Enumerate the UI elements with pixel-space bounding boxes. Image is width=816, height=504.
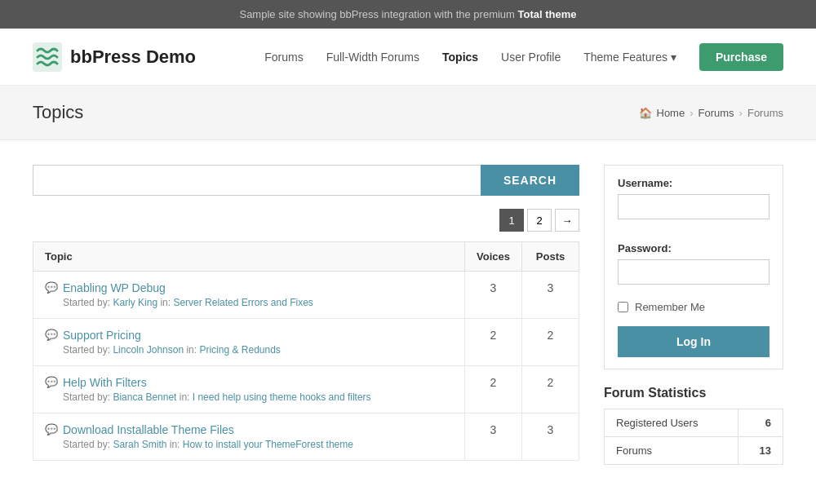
breadcrumb-current: Forums xyxy=(747,107,783,119)
topic-voices: 2 xyxy=(465,319,522,366)
col-topic: Topic xyxy=(33,242,465,272)
topic-title-link[interactable]: Help With Filters xyxy=(63,376,147,389)
site-logo[interactable]: bbPress Demo xyxy=(33,42,196,72)
topic-icon: 💬 xyxy=(45,329,58,341)
password-label: Password: xyxy=(618,242,769,254)
banner-text: Sample site showing bbPress integration … xyxy=(239,8,517,20)
nav-topics[interactable]: Topics xyxy=(442,51,478,64)
login-box: Username: Password: Remember Me Log In xyxy=(604,165,783,369)
breadcrumb: 🏠 Home › Forums › Forums xyxy=(639,107,784,119)
stats-value: 6 xyxy=(738,409,783,437)
page-title-bar: Topics 🏠 Home › Forums › Forums xyxy=(0,86,816,140)
topic-posts: 3 xyxy=(522,272,579,319)
topic-posts: 2 xyxy=(522,366,579,413)
topic-posts: 3 xyxy=(522,413,579,461)
search-input[interactable] xyxy=(33,165,481,196)
logo-text: bbPress Demo xyxy=(70,46,196,68)
topic-cell: 💬 Download Installable Theme Files Start… xyxy=(33,413,465,461)
sidebar: Username: Password: Remember Me Log In F… xyxy=(604,165,783,465)
topic-meta: Started by: Lincoln Johnson in: Pricing … xyxy=(63,344,281,356)
topic-voices: 2 xyxy=(465,366,522,413)
col-voices: Voices xyxy=(465,242,522,272)
topic-icon: 💬 xyxy=(45,281,58,294)
topic-voices: 3 xyxy=(465,413,522,461)
table-row: 💬 Support Pricing Started by: Lincoln Jo… xyxy=(33,319,579,366)
page-title: Topics xyxy=(33,102,83,123)
topic-author[interactable]: Lincoln Johnson xyxy=(113,344,184,356)
topic-icon: 💬 xyxy=(45,423,58,435)
forum-stats: Forum Statistics Registered Users 6 Foru… xyxy=(604,386,783,465)
nav-full-width-forums[interactable]: Full-Width Forums xyxy=(326,51,419,64)
stats-label: Registered Users xyxy=(605,409,738,437)
topic-author[interactable]: Karly King xyxy=(113,297,157,308)
topics-table: Topic Voices Posts 💬 Enabling WP Debug S… xyxy=(33,241,579,461)
username-label: Username: xyxy=(618,177,769,189)
username-field: Username: xyxy=(605,166,783,231)
topic-forum[interactable]: I need help using theme hooks and filter… xyxy=(193,391,371,403)
topic-author[interactable]: Bianca Bennet xyxy=(113,391,176,403)
stats-title: Forum Statistics xyxy=(604,386,783,400)
purchase-button[interactable]: Purchase xyxy=(699,43,783,71)
stats-value: 13 xyxy=(738,437,783,465)
page-1-button[interactable]: 1 xyxy=(499,209,524,232)
site-header: bbPress Demo Forums Full-Width Forums To… xyxy=(0,29,816,86)
next-page-button[interactable]: → xyxy=(555,209,579,232)
topic-forum[interactable]: Pricing & Redunds xyxy=(199,344,280,356)
top-banner: Sample site showing bbPress integration … xyxy=(0,0,816,29)
password-field: Password: xyxy=(605,231,783,296)
banner-bold: Total theme xyxy=(518,8,577,20)
topic-cell: 💬 Help With Filters Started by: Bianca B… xyxy=(33,366,465,413)
topic-posts: 2 xyxy=(522,319,579,366)
pagination: 1 2 → xyxy=(33,209,579,232)
topic-forum[interactable]: Server Related Errors and Fixes xyxy=(173,297,313,308)
main-nav: Forums Full-Width Forums Topics User Pro… xyxy=(264,43,783,71)
search-button[interactable]: SEARCH xyxy=(481,165,579,196)
topic-title-link[interactable]: Support Pricing xyxy=(63,329,141,342)
topic-meta: Started by: Sarah Smith in: How to insta… xyxy=(63,439,353,450)
username-input[interactable] xyxy=(618,194,769,219)
breadcrumb-home[interactable]: Home xyxy=(657,107,685,119)
table-row: 💬 Enabling WP Debug Started by: Karly Ki… xyxy=(33,272,579,319)
topic-author[interactable]: Sarah Smith xyxy=(113,439,166,450)
col-posts: Posts xyxy=(522,242,579,272)
nav-theme-features[interactable]: Theme Features ▾ xyxy=(583,51,676,64)
topic-forum[interactable]: How to install your ThemeForest theme xyxy=(183,439,353,450)
remember-checkbox[interactable] xyxy=(618,302,628,312)
stats-row: Forums 13 xyxy=(605,437,783,465)
chevron-down-icon: ▾ xyxy=(671,51,676,64)
main-content: SEARCH 1 2 → Topic Voices Posts 💬 xyxy=(0,140,816,489)
table-header-row: Topic Voices Posts xyxy=(33,242,579,272)
topic-title-link[interactable]: Enabling WP Debug xyxy=(63,281,166,294)
nav-forums[interactable]: Forums xyxy=(264,51,303,64)
remember-label: Remember Me xyxy=(635,301,705,313)
topic-title-link[interactable]: Download Installable Theme Files xyxy=(63,423,234,436)
table-row: 💬 Download Installable Theme Files Start… xyxy=(33,413,579,461)
topic-voices: 3 xyxy=(465,272,522,319)
stats-row: Registered Users 6 xyxy=(605,409,783,437)
content-left: SEARCH 1 2 → Topic Voices Posts 💬 xyxy=(33,165,579,465)
topic-meta: Started by: Karly King in: Server Relate… xyxy=(63,297,313,308)
search-row: SEARCH xyxy=(33,165,579,196)
stats-table: Registered Users 6 Forums 13 xyxy=(604,409,783,465)
topic-cell: 💬 Support Pricing Started by: Lincoln Jo… xyxy=(33,319,465,366)
breadcrumb-forums[interactable]: Forums xyxy=(698,107,734,119)
logo-icon xyxy=(33,42,62,72)
stats-label: Forums xyxy=(605,437,738,465)
topic-icon: 💬 xyxy=(45,376,58,388)
remember-row: Remember Me xyxy=(605,296,783,318)
topic-meta: Started by: Bianca Bennet in: I need hel… xyxy=(63,391,371,403)
table-row: 💬 Help With Filters Started by: Bianca B… xyxy=(33,366,579,413)
password-input[interactable] xyxy=(618,259,769,285)
login-button[interactable]: Log In xyxy=(618,326,769,357)
topic-cell: 💬 Enabling WP Debug Started by: Karly Ki… xyxy=(33,272,465,319)
nav-user-profile[interactable]: User Profile xyxy=(501,51,561,64)
home-icon: 🏠 xyxy=(639,107,652,119)
page-2-button[interactable]: 2 xyxy=(527,209,552,232)
